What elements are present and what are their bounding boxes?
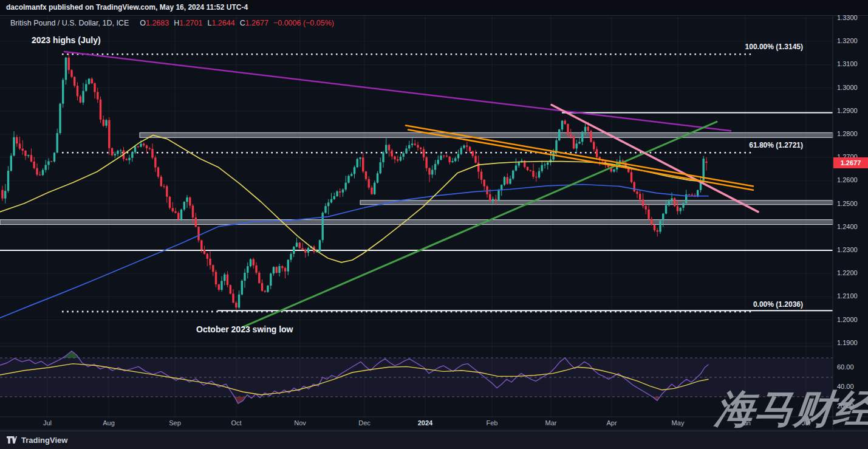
candle[interactable]	[394, 156, 395, 163]
candle[interactable]	[103, 115, 104, 127]
candle[interactable]	[380, 157, 381, 174]
candle[interactable]	[357, 158, 358, 168]
candle[interactable]	[648, 205, 649, 221]
candle[interactable]	[68, 53, 70, 74]
candle[interactable]	[362, 153, 364, 173]
candle[interactable]	[85, 80, 87, 92]
candle[interactable]	[578, 137, 580, 144]
candle[interactable]	[657, 228, 658, 236]
candle[interactable]	[36, 163, 38, 176]
candle[interactable]	[642, 193, 644, 208]
candle[interactable]	[324, 203, 326, 213]
candle[interactable]	[209, 251, 211, 269]
candle[interactable]	[347, 174, 349, 183]
candle[interactable]	[88, 78, 90, 85]
candle[interactable]	[299, 242, 301, 249]
candle[interactable]	[278, 264, 280, 276]
candle[interactable]	[270, 273, 272, 289]
candle[interactable]	[449, 156, 451, 165]
candle[interactable]	[590, 129, 592, 143]
descending-trendline-purple[interactable]	[64, 52, 731, 131]
candle[interactable]	[705, 157, 707, 171]
candle[interactable]	[512, 170, 514, 180]
candle[interactable]	[304, 248, 306, 258]
candle[interactable]	[573, 135, 575, 149]
candle[interactable]	[293, 246, 295, 257]
candle[interactable]	[143, 142, 145, 147]
candle[interactable]	[532, 163, 534, 179]
candle[interactable]	[504, 176, 505, 186]
candle[interactable]	[630, 170, 632, 183]
candle[interactable]	[336, 190, 338, 197]
candle[interactable]	[555, 138, 557, 156]
candle[interactable]	[350, 172, 352, 176]
candle[interactable]	[244, 269, 245, 287]
candle[interactable]	[218, 284, 220, 292]
candle[interactable]	[564, 119, 566, 125]
candle[interactable]	[685, 190, 687, 205]
candle[interactable]	[388, 144, 390, 157]
candle[interactable]	[368, 176, 370, 190]
candle[interactable]	[668, 199, 670, 207]
candle[interactable]	[460, 146, 462, 156]
candle[interactable]	[636, 190, 638, 199]
candle[interactable]	[634, 181, 635, 192]
candle[interactable]	[486, 185, 488, 198]
candle[interactable]	[296, 238, 298, 247]
candle[interactable]	[541, 160, 543, 173]
candle[interactable]	[33, 157, 35, 170]
candle[interactable]	[322, 211, 324, 243]
candle[interactable]	[273, 267, 275, 276]
candle[interactable]	[550, 156, 552, 166]
candle[interactable]	[163, 184, 165, 189]
candle[interactable]	[319, 239, 321, 253]
candle[interactable]	[261, 279, 263, 292]
candle[interactable]	[330, 193, 332, 204]
candle[interactable]	[203, 246, 205, 255]
candle[interactable]	[480, 169, 482, 184]
candle[interactable]	[596, 146, 598, 159]
candle[interactable]	[276, 267, 278, 273]
candle[interactable]	[65, 57, 67, 85]
candle[interactable]	[377, 171, 378, 183]
candle[interactable]	[515, 159, 517, 172]
candle[interactable]	[258, 271, 260, 284]
candle[interactable]	[466, 142, 468, 152]
candle[interactable]	[235, 301, 237, 310]
candle[interactable]	[581, 131, 583, 145]
candle[interactable]	[507, 173, 508, 185]
candle[interactable]	[682, 202, 684, 211]
candle[interactable]	[440, 153, 442, 160]
candle[interactable]	[538, 168, 540, 179]
candle[interactable]	[457, 149, 459, 162]
candle[interactable]	[599, 156, 601, 165]
candle[interactable]	[53, 153, 55, 163]
candle[interactable]	[224, 273, 225, 286]
candle[interactable]	[484, 179, 485, 190]
candle[interactable]	[47, 158, 49, 170]
candle[interactable]	[22, 140, 24, 155]
candle[interactable]	[120, 149, 121, 155]
candle[interactable]	[126, 158, 128, 160]
candle[interactable]	[339, 188, 341, 197]
candle[interactable]	[1, 186, 3, 201]
candle[interactable]	[100, 97, 101, 123]
candle[interactable]	[24, 150, 26, 160]
candle[interactable]	[477, 156, 479, 179]
candle[interactable]	[431, 165, 433, 178]
candle[interactable]	[345, 176, 347, 191]
trendline-drawings[interactable]	[64, 52, 758, 327]
candle[interactable]	[700, 176, 702, 193]
candle[interactable]	[497, 189, 499, 202]
candle[interactable]	[13, 131, 15, 157]
candle[interactable]	[4, 184, 6, 204]
candle[interactable]	[97, 88, 98, 103]
candle[interactable]	[290, 252, 292, 262]
candle[interactable]	[189, 196, 191, 208]
candle[interactable]	[428, 168, 430, 182]
candle[interactable]	[561, 120, 563, 132]
candle[interactable]	[80, 95, 81, 103]
candle[interactable]	[359, 157, 361, 167]
candle[interactable]	[255, 262, 257, 275]
candle[interactable]	[195, 213, 197, 227]
